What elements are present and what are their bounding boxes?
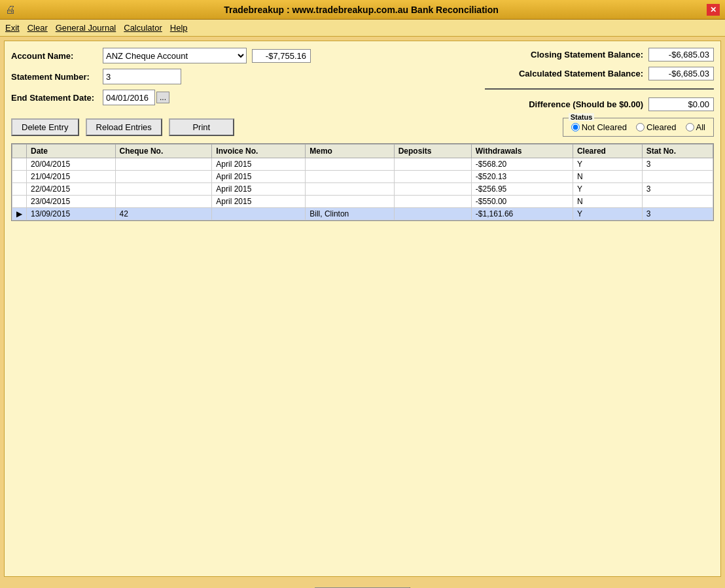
end-date-input[interactable] <box>103 90 155 105</box>
row-arrow <box>12 196 27 208</box>
status-cleared-radio[interactable] <box>636 123 645 131</box>
row-date: 21/04/2015 <box>27 171 116 183</box>
table-row[interactable]: 20/04/2015 April 2015 -$568.20 Y 3 <box>12 158 713 171</box>
row-invoice-no: April 2015 <box>212 158 306 171</box>
row-deposits <box>394 171 471 183</box>
col-cheque-no: Cheque No. <box>115 145 212 158</box>
col-arrow <box>12 145 27 158</box>
reload-entries-button[interactable]: Reload Entries <box>86 118 162 136</box>
table-row[interactable]: ▶ 13/09/2015 42 Bill, Clinton -$1,161.66… <box>12 208 713 220</box>
row-withdrawals: -$520.13 <box>471 171 573 183</box>
status-all-label: All <box>696 122 705 132</box>
closing-balance-row: Closing Statement Balance: -$6,685.03 <box>362 48 714 61</box>
col-cleared: Cleared <box>573 145 642 158</box>
right-form: Closing Statement Balance: -$6,685.03 Ca… <box>362 48 714 111</box>
print-button[interactable]: Print <box>169 118 234 136</box>
calculated-balance-row: Calculated Statement Balance: -$6,685.03 <box>362 67 714 80</box>
col-deposits: Deposits <box>394 145 471 158</box>
row-cheque-no <box>115 158 212 171</box>
status-group: Status Not Cleared Cleared All <box>563 118 714 137</box>
col-invoice-no: Invoice No. <box>212 145 306 158</box>
row-stat-no <box>642 171 713 183</box>
difference-label: Difference (Should be $0.00) <box>486 99 643 109</box>
row-deposits <box>394 196 471 208</box>
row-cleared: N <box>573 196 642 208</box>
date-picker-button[interactable]: ... <box>156 92 169 103</box>
row-invoice-no <box>212 208 306 220</box>
difference-row: Difference (Should be $0.00) $0.00 <box>362 97 714 111</box>
calculated-balance-label: Calculated Statement Balance: <box>486 69 643 78</box>
row-cleared: N <box>573 171 642 183</box>
row-memo <box>306 171 394 183</box>
menu-general-journal[interactable]: General Journal <box>56 23 116 33</box>
menu-clear[interactable]: Clear <box>27 23 48 33</box>
table-row[interactable]: 22/04/2015 April 2015 -$256.95 Y 3 <box>12 183 713 196</box>
status-not-cleared[interactable]: Not Cleared <box>571 122 627 132</box>
row-cleared: Y <box>573 158 642 171</box>
col-date: Date <box>27 145 116 158</box>
menu-help[interactable]: Help <box>170 23 188 33</box>
difference-value: $0.00 <box>648 97 714 111</box>
divider-row <box>362 86 714 92</box>
col-stat-no: Stat No. <box>642 145 713 158</box>
table-row[interactable]: 21/04/2015 April 2015 -$520.13 N <box>12 171 713 183</box>
col-withdrawals: Withdrawals <box>471 145 573 158</box>
status-not-cleared-radio[interactable] <box>571 123 580 131</box>
status-cleared-label: Cleared <box>646 122 677 132</box>
row-arrow <box>12 158 27 171</box>
left-form: Account Name: ANZ Cheque Account -$7,755… <box>11 48 362 111</box>
menu-bar: Exit Clear General Journal Calculator He… <box>0 20 725 37</box>
statement-number-row: Statement Number: <box>11 69 362 84</box>
row-invoice-no: April 2015 <box>212 171 306 183</box>
status-not-cleared-label: Not Cleared <box>582 122 627 132</box>
row-withdrawals: -$256.95 <box>471 183 573 196</box>
row-stat-no: 3 <box>642 158 713 171</box>
top-section: Account Name: ANZ Cheque Account -$7,755… <box>11 48 714 111</box>
col-memo: Memo <box>306 145 394 158</box>
row-cheque-no <box>115 183 212 196</box>
window-title: Tradebreakup : www.tradebreakup.com.au B… <box>16 5 707 15</box>
row-stat-no <box>642 196 713 208</box>
row-date: 13/09/2015 <box>27 208 116 220</box>
row-withdrawals: -$568.20 <box>471 158 573 171</box>
row-cheque-no <box>115 196 212 208</box>
status-all-radio[interactable] <box>686 123 694 131</box>
row-deposits <box>394 208 471 220</box>
calculated-balance-value: -$6,685.03 <box>648 67 714 80</box>
row-cleared: Y <box>573 183 642 196</box>
delete-entry-button[interactable]: Delete Entry <box>11 118 79 136</box>
status-label: Status <box>569 113 595 121</box>
row-withdrawals: -$1,161.66 <box>471 208 573 220</box>
title-bar: 🖨 Tradebreakup : www.tradebreakup.com.au… <box>0 0 725 20</box>
account-balance: -$7,755.16 <box>252 49 311 63</box>
account-name-select[interactable]: ANZ Cheque Account <box>103 48 247 63</box>
row-cheque-no <box>115 171 212 183</box>
row-arrow <box>12 183 27 196</box>
account-name-row: Account Name: ANZ Cheque Account -$7,755… <box>11 48 362 63</box>
row-deposits <box>394 183 471 196</box>
row-date: 22/04/2015 <box>27 183 116 196</box>
row-arrow: ▶ <box>12 208 27 220</box>
table-row[interactable]: 23/04/2015 April 2015 -$550.00 N <box>12 196 713 208</box>
statement-number-input[interactable] <box>103 69 181 84</box>
menu-exit[interactable]: Exit <box>5 23 20 33</box>
row-memo <box>306 196 394 208</box>
row-memo: Bill, Clinton <box>306 208 394 220</box>
statement-number-label: Statement Number: <box>11 72 103 82</box>
status-all[interactable]: All <box>686 122 705 132</box>
bottom-bar: Reconcile <box>0 581 725 588</box>
end-date-label: End Statement Date: <box>11 93 103 103</box>
row-deposits <box>394 158 471 171</box>
close-button[interactable]: ✕ <box>707 4 720 16</box>
closing-balance-value: -$6,685.03 <box>648 48 714 61</box>
app-icon: 🖨 <box>5 4 16 16</box>
status-cleared[interactable]: Cleared <box>636 122 677 132</box>
menu-calculator[interactable]: Calculator <box>124 23 162 33</box>
table-header-row: Date Cheque No. Invoice No. Memo Deposit… <box>12 145 713 158</box>
end-date-row: End Statement Date: ... <box>11 90 362 105</box>
status-radio-row: Not Cleared Cleared All <box>571 122 705 132</box>
row-withdrawals: -$550.00 <box>471 196 573 208</box>
row-memo <box>306 158 394 171</box>
row-invoice-no: April 2015 <box>212 196 306 208</box>
row-stat-no: 3 <box>642 183 713 196</box>
